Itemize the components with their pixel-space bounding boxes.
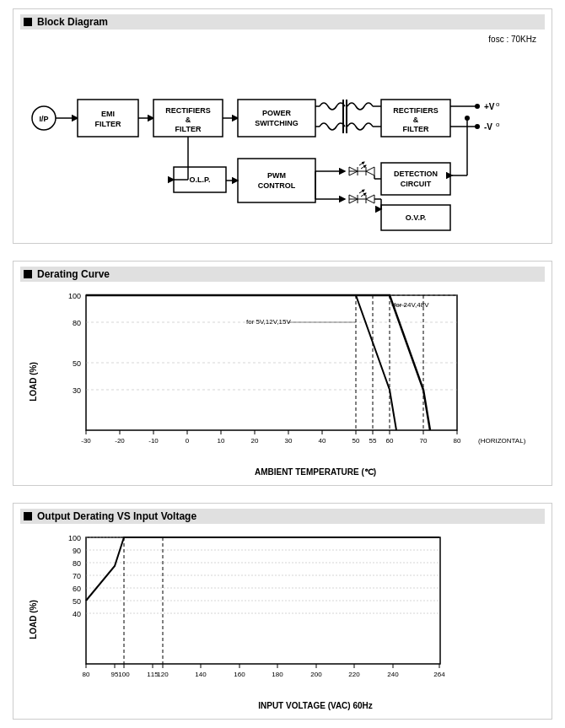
svg-text:0: 0 [186, 437, 190, 445]
fosc-label: fosc : 70KHz [20, 35, 545, 44]
derating-x-axis-label: AMBIENT TEMPERATURE (℃) [52, 467, 545, 477]
svg-text:for 5V,12V,15V: for 5V,12V,15V [246, 318, 291, 326]
svg-text:140: 140 [195, 671, 207, 678]
svg-point-30 [475, 124, 480, 129]
svg-text:o: o [496, 100, 500, 108]
svg-text:CONTROL: CONTROL [258, 181, 296, 190]
svg-text:240: 240 [387, 671, 399, 678]
svg-text:-20: -20 [115, 437, 125, 445]
derating-chart-wrapper: LOAD (%) 100 80 50 30 -30 -20 -10 0 [20, 287, 545, 477]
svg-text:55: 55 [369, 437, 377, 445]
output-derating-title: Output Derating VS Input Voltage [37, 510, 196, 522]
svg-text:80: 80 [73, 559, 81, 568]
svg-text:80: 80 [73, 319, 81, 327]
svg-point-34 [465, 116, 470, 121]
svg-text:FILTER: FILTER [95, 120, 121, 128]
block-diagram-section: Block Diagram fosc : 70KHz I/P EMI FILTE… [13, 8, 552, 244]
derating-curve-header: Derating Curve [20, 267, 545, 282]
svg-text:I/P: I/P [39, 115, 48, 123]
svg-point-27 [475, 104, 480, 109]
svg-text:50: 50 [73, 597, 81, 606]
svg-text:90: 90 [73, 547, 81, 555]
svg-marker-51 [366, 195, 374, 203]
svg-text:RECTIFIERS: RECTIFIERS [393, 106, 439, 115]
svg-text:80: 80 [454, 437, 461, 445]
svg-text:120: 120 [157, 671, 169, 678]
svg-line-42 [359, 162, 364, 165]
svg-text:FILTER: FILTER [175, 125, 202, 133]
svg-rect-3 [78, 100, 138, 137]
svg-rect-35 [381, 163, 450, 195]
svg-text:&: & [413, 116, 419, 124]
output-derating-x-axis-label: INPUT VOLTAGE (VAC) 60Hz [52, 701, 545, 710]
svg-line-50 [361, 193, 366, 197]
svg-text:200: 200 [310, 671, 322, 678]
svg-text:SWITCHING: SWITCHING [255, 119, 299, 127]
svg-text:100: 100 [68, 292, 81, 300]
svg-text:40: 40 [319, 437, 326, 445]
output-derating-header: Output Derating VS Input Voltage [20, 509, 545, 524]
svg-text:10: 10 [218, 437, 225, 445]
svg-text:+V: +V [484, 102, 495, 111]
output-derating-y-axis-label: LOAD (%) [29, 600, 38, 639]
svg-text:80: 80 [83, 671, 90, 678]
block-diagram-header: Block Diagram [20, 14, 545, 30]
svg-text:EMI: EMI [101, 110, 115, 118]
svg-text:50: 50 [73, 359, 81, 368]
svg-text:180: 180 [272, 671, 283, 678]
svg-line-49 [359, 190, 364, 193]
svg-text:160: 160 [234, 671, 245, 678]
svg-text:70: 70 [73, 572, 81, 580]
derating-curve-svg: 100 80 50 30 -30 -20 -10 0 10 20 30 40 5… [52, 287, 541, 464]
svg-text:for 24V,48V: for 24V,48V [394, 301, 429, 309]
header-icon [24, 18, 32, 26]
svg-text:60: 60 [73, 585, 81, 593]
svg-text:220: 220 [348, 671, 360, 678]
svg-text:40: 40 [73, 610, 81, 618]
svg-line-43 [361, 165, 366, 169]
svg-text:70: 70 [420, 437, 428, 445]
svg-text:20: 20 [251, 437, 259, 445]
derating-y-axis-label: LOAD (%) [29, 362, 38, 402]
svg-text:O.L.P.: O.L.P. [190, 175, 211, 184]
svg-text:30: 30 [73, 386, 81, 395]
svg-text:CIRCUIT: CIRCUIT [401, 180, 432, 188]
output-derating-svg: 100 90 80 70 60 50 40 80 95 100 115 120 … [52, 529, 525, 698]
svg-text:100: 100 [68, 534, 81, 542]
svg-text:RECTIFIERS: RECTIFIERS [165, 106, 211, 115]
svg-rect-12 [238, 100, 315, 137]
svg-text:60: 60 [386, 437, 394, 445]
svg-rect-53 [238, 159, 315, 202]
block-diagram-title: Block Diagram [37, 16, 108, 28]
svg-text:DETECTION: DETECTION [394, 170, 438, 178]
header-icon-3 [24, 512, 32, 520]
svg-text:POWER: POWER [262, 109, 292, 117]
svg-text:264: 264 [433, 671, 445, 678]
svg-text:30: 30 [285, 437, 293, 445]
svg-text:-10: -10 [148, 437, 159, 445]
svg-text:(HORIZONTAL): (HORIZONTAL) [478, 437, 526, 445]
svg-text:100: 100 [118, 671, 130, 678]
derating-y-axis-label-container: LOAD (%) [20, 287, 46, 477]
output-derating-section: Output Derating VS Input Voltage LOAD (%… [13, 503, 552, 720]
svg-text:-V: -V [484, 122, 492, 132]
svg-text:o: o [496, 121, 500, 128]
block-diagram-svg: I/P EMI FILTER RECTIFIERS & FILTER POWER… [20, 49, 560, 235]
header-icon-2 [24, 270, 32, 278]
svg-marker-44 [366, 167, 374, 175]
svg-text:O.V.P.: O.V.P. [406, 213, 427, 222]
output-derating-y-axis-label-container: LOAD (%) [20, 529, 46, 710]
output-derating-chart-wrapper: LOAD (%) 100 90 80 70 60 50 40 [20, 529, 545, 710]
derating-curve-section: Derating Curve LOAD (%) 100 80 50 30 -3 [13, 261, 552, 486]
derating-curve-title: Derating Curve [37, 268, 110, 280]
svg-text:50: 50 [352, 437, 360, 445]
svg-text:PWM: PWM [267, 171, 286, 180]
svg-text:FILTER: FILTER [403, 125, 429, 133]
svg-text:-30: -30 [81, 437, 91, 445]
svg-text:&: & [186, 116, 191, 124]
